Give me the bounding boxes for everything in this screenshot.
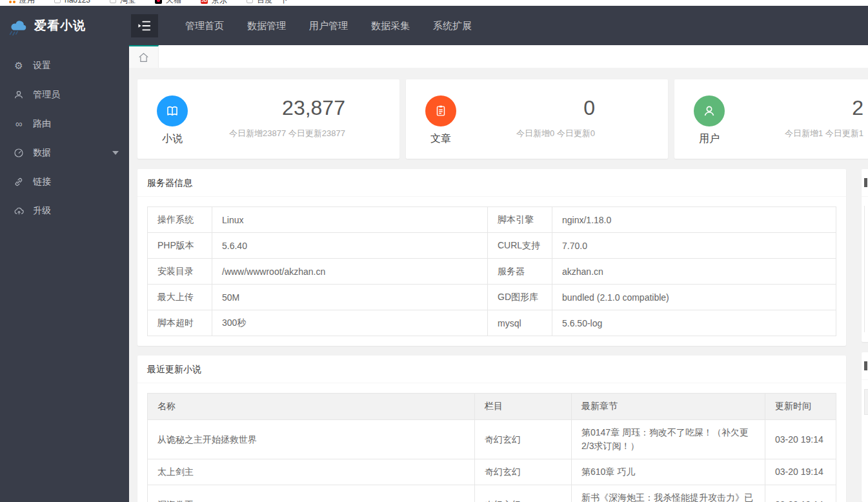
nav-item-user-manage[interactable]: 用户管理 (298, 6, 359, 45)
table-row: 太上剑主 奇幻玄幻 第610章 巧儿 03-20 19:14 (148, 459, 836, 485)
stat-card-subtext: 今日新增23877 今日更新23877 (229, 128, 345, 139)
clipped-table-border (864, 206, 865, 332)
stat-card-subtext: 今日新增0 今日更新0 (516, 128, 595, 139)
nav-item-data-collect[interactable]: 数据采集 (359, 6, 421, 45)
novel-chapter-cell: 第0147章 周珏：狗改不了吃屎！（补欠更2/3求订阅！） (572, 420, 765, 459)
bookmark-apps[interactable]: 应用 (9, 0, 35, 6)
gear-icon: ⚙ (13, 60, 25, 72)
server-info-panel: 服务器信息 操作系统 Linux 脚本引擎 nginx/1.18.0 PHP版本 (137, 169, 846, 346)
column-header: 栏目 (475, 394, 572, 420)
bookmark-tmall[interactable]: 天猫 (155, 0, 181, 6)
bookmark-label: 京东 (212, 0, 227, 6)
tmall-icon (155, 0, 162, 4)
table-cell: 50M (212, 285, 488, 310)
table-cell: PHP版本 (148, 233, 212, 259)
sidebar-item-settings[interactable]: ⚙ 设置 (0, 51, 129, 80)
novel-category-cell: 奇幻玄幻 (475, 485, 572, 502)
table-row: 操作系统 Linux 脚本引擎 nginx/1.18.0 (148, 207, 836, 233)
route-infinity-icon: ∞ (13, 118, 25, 129)
stat-card-value: 0 (583, 96, 595, 120)
clipped-title-fragment (864, 361, 867, 370)
novel-time-cell: 03-20 19:14 (765, 420, 836, 459)
app-header: 爱看小说 管理首页 数据管理 用户管理 数据采集 系统扩展 (0, 6, 868, 45)
main-content: 小说 23,877 今日新增23877 今日更新23877 (129, 68, 868, 502)
screen: 应用 hao123 淘宝 天猫 JD 京东 百度一下 (0, 0, 868, 502)
sidebar-item-label: 升级 (33, 205, 51, 217)
table-cell: 最大上传 (148, 285, 212, 310)
tab-home[interactable] (129, 45, 159, 68)
nav-item-data-manage[interactable]: 数据管理 (236, 6, 298, 45)
bookmark-label: 百度一下 (257, 0, 288, 6)
column-header: 最新章节 (572, 394, 765, 420)
home-icon (138, 52, 149, 63)
stat-card-subtext: 今日新增1 今日更新1 (785, 128, 863, 139)
sidebar-item-upgrade[interactable]: 升级 (0, 196, 129, 225)
favicon-placeholder-icon (110, 0, 116, 3)
stat-card-value: 23,877 (282, 96, 345, 120)
jd-icon: JD (201, 0, 208, 4)
clipped-table-header (864, 389, 868, 415)
sidebar-item-admin[interactable]: 管理员 (0, 80, 129, 109)
right-panel-clipped-bottom (862, 352, 868, 502)
table-cell: 300秒 (212, 310, 488, 336)
table-cell: Linux (212, 207, 488, 233)
novel-chapter-cell: 新书《深海炮王：我杀怪能提升攻击力》已发 (572, 485, 765, 502)
table-cell: 5.6.50-log (552, 310, 836, 336)
sidebar-item-route[interactable]: ∞ 路由 (0, 109, 129, 138)
top-nav: 管理首页 数据管理 用户管理 数据采集 系统扩展 (174, 6, 483, 45)
table-cell: mysql (488, 310, 552, 336)
bookmark-hao123[interactable]: hao123 (54, 0, 90, 5)
stat-card-value: 2 (852, 96, 863, 120)
table-header-row: 名称 栏目 最新章节 更新时间 (148, 394, 836, 420)
cloud-rain-logo-icon (8, 16, 28, 35)
stat-card-articles: 文章 0 今日新增0 今日更新0 (406, 79, 668, 159)
sidebar-item-data[interactable]: 数据 (0, 138, 129, 167)
table-cell: 7.70.0 (552, 233, 836, 259)
novel-time-cell: 03-20 19:14 (765, 485, 836, 502)
bookmark-taobao[interactable]: 淘宝 (110, 0, 136, 6)
novel-title-cell: 太上剑主 (148, 459, 475, 485)
bookmark-label: 天猫 (166, 0, 181, 6)
stat-card-label: 用户 (699, 132, 720, 146)
sidebar-collapse-button[interactable] (131, 14, 158, 37)
sidebar-item-links[interactable]: 链接 (0, 167, 129, 196)
stat-card-label: 小说 (162, 132, 183, 146)
table-cell: 安装目录 (148, 259, 212, 285)
favicon-placeholder-icon (247, 0, 253, 3)
recent-novels-table: 名称 栏目 最新章节 更新时间 从诡秘之主开始拯救世界 奇幻玄幻 第0147章 … (147, 393, 836, 502)
table-cell: akzhan.cn (552, 259, 836, 285)
table-cell: 脚本超时 (148, 310, 212, 336)
sidebar: ⚙ 设置 管理员 ∞ 路由 数据 (0, 45, 129, 502)
stats-cards-row: 小说 23,877 今日新增23877 今日更新23877 (137, 79, 868, 159)
shrink-menu-icon (137, 19, 152, 32)
column-header: 名称 (148, 394, 475, 420)
sidebar-item-label: 链接 (33, 176, 51, 188)
nav-item-home[interactable]: 管理首页 (174, 6, 236, 45)
bookmark-label: 应用 (19, 0, 35, 6)
right-panel-clipped-top (862, 169, 868, 342)
nav-item-system-extend[interactable]: 系统扩展 (421, 6, 483, 45)
table-cell: nginx/1.18.0 (552, 207, 836, 233)
panel-title (862, 352, 868, 380)
panel-title: 最近更新小说 (137, 356, 846, 383)
sidebar-item-label: 路由 (33, 118, 51, 130)
table-row: 从诡秘之主开始拯救世界 奇幻玄幻 第0147章 周珏：狗改不了吃屎！（补欠更2/… (148, 420, 836, 459)
app-logo[interactable]: 爱看小说 (0, 16, 129, 35)
book-icon (157, 95, 188, 126)
admin-user-icon (13, 90, 25, 100)
server-info-table: 操作系统 Linux 脚本引擎 nginx/1.18.0 PHP版本 5.6.4… (147, 206, 836, 336)
stat-card-label: 文章 (430, 132, 451, 146)
bookmark-label: hao123 (65, 0, 90, 5)
novel-category-cell: 奇幻玄幻 (475, 459, 572, 485)
novel-time-cell: 03-20 19:14 (765, 459, 836, 485)
chevron-down-icon[interactable] (112, 151, 119, 155)
favicon-placeholder-icon (54, 0, 61, 3)
bookmark-jd[interactable]: JD 京东 (201, 0, 227, 6)
table-cell: /www/wwwroot/akzhan.cn (212, 259, 488, 285)
table-row: 深海拳王 奇幻玄幻 新书《深海炮王：我杀怪能提升攻击力》已发 03-20 19:… (148, 485, 836, 502)
clipped-title-fragment (864, 178, 867, 187)
bookmark-baidu[interactable]: 百度一下 (247, 0, 288, 6)
table-cell: bundled (2.1.0 compatible) (552, 285, 836, 310)
table-cell: CURL支持 (488, 233, 552, 259)
table-row: 安装目录 /www/wwwroot/akzhan.cn 服务器 akzhan.c… (148, 259, 836, 285)
